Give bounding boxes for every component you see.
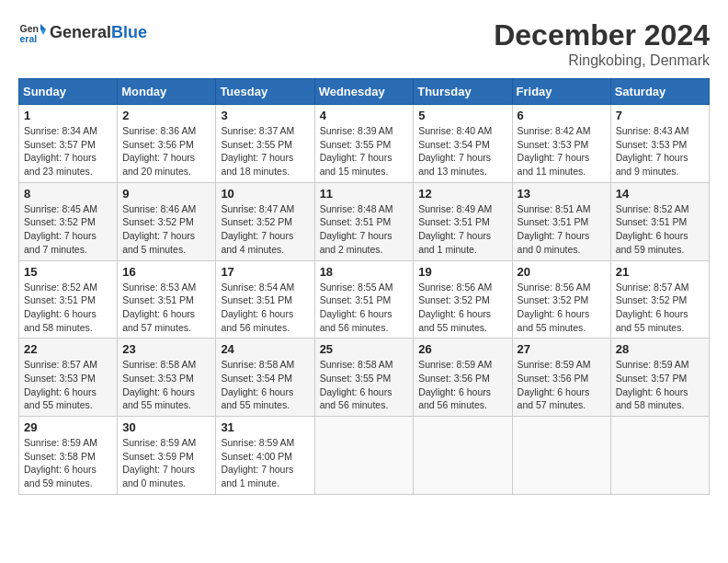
sunrise-label: Sunrise: 8:56 AM (518, 282, 591, 293)
sunrise-label: Sunrise: 8:59 AM (122, 437, 196, 448)
daylight-label: Daylight: 6 hours and 56 minutes. (320, 308, 392, 333)
day-info: Sunrise: 8:52 AM Sunset: 3:51 PM Dayligh… (616, 202, 704, 257)
week-row-2: 8 Sunrise: 8:45 AM Sunset: 3:52 PM Dayli… (19, 182, 710, 260)
week-row-3: 15 Sunrise: 8:52 AM Sunset: 3:51 PM Dayl… (19, 260, 710, 339)
calendar-cell: 15 Sunrise: 8:52 AM Sunset: 3:51 PM Dayl… (19, 260, 118, 339)
calendar-cell (314, 417, 414, 495)
calendar-cell: 18 Sunrise: 8:55 AM Sunset: 3:51 PM Dayl… (314, 260, 414, 339)
column-header-thursday: Thursday (414, 79, 512, 105)
daylight-label: Daylight: 6 hours and 55 minutes. (418, 308, 491, 333)
calendar-cell: 30 Sunrise: 8:59 AM Sunset: 3:59 PM Dayl… (118, 417, 216, 495)
sunrise-label: Sunrise: 8:36 AM (122, 125, 196, 136)
sunrise-label: Sunrise: 8:43 AM (616, 125, 689, 136)
day-number: 2 (122, 109, 210, 122)
day-info: Sunrise: 8:58 AM Sunset: 3:54 PM Dayligh… (221, 358, 309, 412)
daylight-label: Daylight: 7 hours and 4 minutes. (221, 230, 293, 255)
day-number: 10 (221, 187, 309, 201)
sunrise-label: Sunrise: 8:53 AM (122, 282, 196, 293)
sunrise-label: Sunrise: 8:45 AM (24, 203, 97, 214)
sunrise-label: Sunrise: 8:49 AM (418, 203, 492, 214)
daylight-label: Daylight: 6 hours and 57 minutes. (122, 308, 195, 333)
calendar-cell: 19 Sunrise: 8:56 AM Sunset: 3:52 PM Dayl… (414, 260, 512, 339)
location-title: Ringkobing, Denmark (494, 52, 710, 69)
day-number: 23 (122, 342, 210, 356)
sunset-label: Sunset: 3:51 PM (24, 294, 96, 305)
daylight-label: Daylight: 6 hours and 57 minutes. (518, 386, 590, 411)
daylight-label: Daylight: 6 hours and 59 minutes. (616, 230, 688, 255)
day-number: 20 (518, 265, 606, 279)
calendar-cell (610, 417, 709, 495)
day-number: 11 (320, 187, 409, 201)
day-info: Sunrise: 8:51 AM Sunset: 3:51 PM Dayligh… (518, 202, 606, 257)
sunrise-label: Sunrise: 8:37 AM (221, 125, 294, 136)
calendar-cell: 3 Sunrise: 8:37 AM Sunset: 3:55 PM Dayli… (216, 105, 314, 183)
day-info: Sunrise: 8:59 AM Sunset: 3:58 PM Dayligh… (24, 436, 112, 490)
sunset-label: Sunset: 3:51 PM (320, 216, 392, 227)
daylight-label: Daylight: 7 hours and 20 minutes. (122, 152, 195, 177)
sunrise-label: Sunrise: 8:56 AM (418, 282, 492, 293)
day-number: 1 (24, 109, 112, 122)
day-info: Sunrise: 8:59 AM Sunset: 3:59 PM Dayligh… (122, 436, 210, 490)
logo-general-text: GeneralBlue (50, 23, 147, 42)
logo: Gen eral GeneralBlue (18, 18, 147, 46)
sunrise-label: Sunrise: 8:58 AM (320, 359, 393, 370)
sunset-label: Sunset: 3:51 PM (616, 216, 688, 227)
day-info: Sunrise: 8:59 AM Sunset: 3:56 PM Dayligh… (418, 358, 506, 412)
day-info: Sunrise: 8:56 AM Sunset: 3:52 PM Dayligh… (418, 281, 506, 335)
day-number: 3 (221, 109, 309, 122)
sunset-label: Sunset: 3:56 PM (518, 373, 589, 384)
day-number: 25 (320, 342, 409, 356)
day-info: Sunrise: 8:34 AM Sunset: 3:57 PM Dayligh… (24, 124, 112, 178)
day-info: Sunrise: 8:45 AM Sunset: 3:52 PM Dayligh… (24, 202, 112, 257)
column-header-tuesday: Tuesday (216, 79, 314, 105)
calendar-body: 1 Sunrise: 8:34 AM Sunset: 3:57 PM Dayli… (19, 105, 710, 495)
day-info: Sunrise: 8:59 AM Sunset: 3:57 PM Dayligh… (616, 358, 704, 412)
calendar-cell: 21 Sunrise: 8:57 AM Sunset: 3:52 PM Dayl… (610, 260, 709, 339)
day-number: 7 (616, 109, 704, 122)
calendar-cell: 20 Sunrise: 8:56 AM Sunset: 3:52 PM Dayl… (512, 260, 610, 339)
column-header-saturday: Saturday (610, 79, 709, 105)
sunset-label: Sunset: 3:52 PM (122, 216, 194, 227)
day-number: 4 (320, 109, 409, 122)
sunrise-label: Sunrise: 8:58 AM (221, 359, 294, 370)
calendar-cell: 31 Sunrise: 8:59 AM Sunset: 4:00 PM Dayl… (216, 417, 314, 495)
daylight-label: Daylight: 7 hours and 13 minutes. (418, 152, 491, 177)
daylight-label: Daylight: 6 hours and 56 minutes. (418, 386, 491, 411)
calendar-cell: 26 Sunrise: 8:59 AM Sunset: 3:56 PM Dayl… (414, 339, 512, 417)
day-number: 27 (518, 342, 606, 356)
day-info: Sunrise: 8:53 AM Sunset: 3:51 PM Dayligh… (122, 281, 210, 335)
title-area: December 2024 Ringkobing, Denmark (494, 18, 710, 69)
sunrise-label: Sunrise: 8:52 AM (24, 282, 97, 293)
sunset-label: Sunset: 3:57 PM (24, 139, 96, 150)
sunrise-label: Sunrise: 8:40 AM (418, 125, 492, 136)
daylight-label: Daylight: 6 hours and 58 minutes. (24, 308, 97, 333)
day-number: 26 (418, 342, 506, 356)
day-info: Sunrise: 8:48 AM Sunset: 3:51 PM Dayligh… (320, 202, 409, 257)
daylight-label: Daylight: 6 hours and 55 minutes. (122, 386, 195, 411)
sunrise-label: Sunrise: 8:52 AM (616, 203, 689, 214)
day-number: 12 (418, 187, 506, 201)
day-info: Sunrise: 8:58 AM Sunset: 3:53 PM Dayligh… (122, 358, 210, 412)
column-header-monday: Monday (118, 79, 216, 105)
sunset-label: Sunset: 3:51 PM (320, 294, 392, 305)
sunset-label: Sunset: 3:55 PM (221, 139, 292, 150)
day-info: Sunrise: 8:36 AM Sunset: 3:56 PM Dayligh… (122, 124, 210, 178)
sunset-label: Sunset: 3:57 PM (616, 373, 688, 384)
sunrise-label: Sunrise: 8:55 AM (320, 282, 393, 293)
day-number: 8 (24, 187, 112, 201)
day-number: 30 (122, 420, 210, 434)
sunset-label: Sunset: 3:56 PM (122, 139, 194, 150)
daylight-label: Daylight: 7 hours and 15 minutes. (320, 152, 392, 177)
day-number: 15 (24, 265, 112, 279)
daylight-label: Daylight: 7 hours and 0 minutes. (122, 464, 195, 488)
daylight-label: Daylight: 6 hours and 55 minutes. (616, 308, 688, 333)
sunrise-label: Sunrise: 8:34 AM (24, 125, 97, 136)
day-info: Sunrise: 8:43 AM Sunset: 3:53 PM Dayligh… (616, 124, 704, 178)
daylight-label: Daylight: 6 hours and 56 minutes. (320, 386, 392, 411)
calendar-cell: 16 Sunrise: 8:53 AM Sunset: 3:51 PM Dayl… (118, 260, 216, 339)
day-number: 14 (616, 187, 704, 201)
calendar-cell: 14 Sunrise: 8:52 AM Sunset: 3:51 PM Dayl… (610, 182, 709, 260)
calendar-cell: 11 Sunrise: 8:48 AM Sunset: 3:51 PM Dayl… (314, 182, 414, 260)
day-number: 29 (24, 420, 112, 434)
svg-marker-2 (40, 24, 46, 29)
